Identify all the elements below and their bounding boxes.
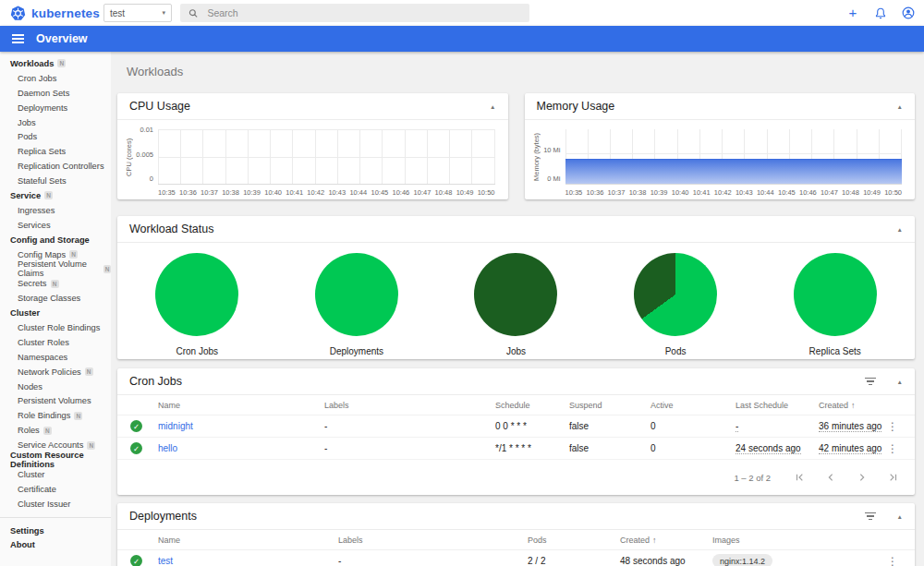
main-content: Workloads CPU Usage ▲ CPU (cores) 0.01 0… — [111, 52, 924, 566]
pie-pods: Pods — [596, 253, 756, 356]
memory-area-series — [565, 159, 903, 184]
sidebar-item-pods[interactable]: Pods — [0, 129, 111, 144]
deployments-card: Deployments ▲ Name Labels Pods Created↑ … — [117, 503, 915, 566]
cpu-usage-chart: CPU (cores) 0.01 0.005 0 10:3510:3610:37… — [117, 120, 508, 197]
sidebar-item-about[interactable]: About — [0, 538, 111, 553]
deployments-table-title: Deployments — [129, 510, 197, 523]
row-menu-kebab-icon[interactable]: ⋮ — [883, 442, 902, 455]
sidebar-item-config-and-storage[interactable]: Config and Storage — [0, 233, 111, 247]
last-page-icon[interactable] — [889, 473, 898, 482]
namespaced-badge: N — [44, 191, 53, 199]
sidebar-item-network-policies[interactable]: Network PoliciesN — [0, 365, 111, 379]
pie-chart-cron-jobs — [155, 253, 238, 336]
sidebar-item-settings[interactable]: Settings — [0, 524, 111, 538]
workload-status-card: Workload Status ▲ Cron Jobs Deployments … — [117, 216, 915, 359]
sidebar-item-cluster[interactable]: Cluster — [0, 306, 111, 320]
sidebar-item-jobs[interactable]: Jobs — [0, 115, 111, 130]
memory-usage-title: Memory Usage — [537, 100, 615, 113]
collapse-caret-icon[interactable]: ▲ — [490, 103, 495, 110]
sidebar-item-cluster-roles[interactable]: Cluster Roles — [0, 335, 111, 350]
next-page-icon[interactable] — [857, 473, 867, 482]
app-bar: Overview — [0, 26, 924, 52]
sort-created-header[interactable]: Created↑ — [819, 401, 883, 410]
collapse-caret-icon[interactable]: ▲ — [897, 379, 903, 385]
page-title: Workloads — [127, 65, 915, 78]
sidebar-item-crd-cluster[interactable]: Cluster — [0, 467, 111, 482]
search-bar[interactable] — [180, 4, 529, 22]
sidebar-item-namespaces[interactable]: Namespaces — [0, 350, 111, 365]
search-input[interactable] — [207, 7, 521, 18]
cronjob-name-link[interactable]: hello — [158, 443, 324, 453]
sidebar-item-replica-sets[interactable]: Replica Sets — [0, 144, 111, 159]
user-account-icon[interactable] — [902, 6, 915, 19]
kubernetes-logo[interactable]: kubernetes — [9, 5, 103, 22]
sort-asc-icon: ↑ — [851, 401, 856, 410]
notifications-bell-icon[interactable] — [874, 6, 887, 19]
sidebar-item-persistent-volumes[interactable]: Persistent Volumes — [0, 393, 111, 408]
sidebar-item-cluster-issuer[interactable]: Cluster Issuer — [0, 497, 111, 512]
sort-created-header[interactable]: Created↑ — [620, 536, 712, 545]
memory-y-axis-label: Memory (bytes) — [532, 129, 541, 185]
sidebar-item-roles[interactable]: RolesN — [0, 423, 111, 438]
pie-deployments: Deployments — [277, 253, 437, 356]
sidebar-item-storage-classes[interactable]: Storage Classes — [0, 291, 111, 306]
status-ok-icon: ✓ — [130, 555, 142, 566]
sidebar-item-cluster-role-bindings[interactable]: Cluster Role Bindings — [0, 320, 111, 335]
sidebar-item-stateful-sets[interactable]: Stateful Sets — [0, 174, 111, 188]
cpu-usage-card: CPU Usage ▲ CPU (cores) 0.01 0.005 0 — [117, 93, 508, 199]
status-ok-icon: ✓ — [130, 442, 142, 454]
row-menu-kebab-icon[interactable]: ⋮ — [883, 420, 902, 433]
kubernetes-helm-icon — [9, 5, 27, 22]
create-resource-plus-icon[interactable]: + — [846, 6, 859, 19]
namespaced-badge: N — [103, 265, 111, 273]
collapse-caret-icon[interactable]: ▲ — [897, 103, 903, 110]
table-row: ✓ test - 2 / 2 48 seconds ago nginx:1.14… — [117, 550, 915, 566]
namespaced-badge: N — [51, 280, 59, 288]
chevron-down-icon: ▾ — [162, 9, 165, 17]
sidebar-item-ingresses[interactable]: Ingresses — [0, 203, 111, 218]
memory-usage-chart: Memory (bytes) 10 Mi 0 Mi 10:3510:3610:3… — [525, 120, 916, 197]
menu-hamburger-icon[interactable] — [12, 34, 24, 43]
sidebar-nav: WorkloadsN Cron Jobs Daemon Sets Deploym… — [0, 52, 111, 566]
sidebar-item-service[interactable]: ServiceN — [0, 188, 111, 203]
memory-plot-area — [565, 129, 903, 185]
sidebar-item-cron-jobs[interactable]: Cron Jobs — [0, 71, 111, 86]
sidebar-item-daemon-sets[interactable]: Daemon Sets — [0, 86, 111, 101]
collapse-caret-icon[interactable]: ▲ — [897, 513, 903, 520]
filter-icon[interactable] — [865, 378, 877, 386]
memory-x-axis-ticks: 10:3510:3610:3710:3810:3910:4010:4110:42… — [565, 188, 903, 197]
filter-icon[interactable] — [865, 512, 877, 521]
sidebar-item-nodes[interactable]: Nodes — [0, 379, 111, 394]
sidebar-item-replication-controllers[interactable]: Replication Controllers — [0, 159, 111, 174]
deployment-name-link[interactable]: test — [158, 556, 338, 566]
pie-cron-jobs: Cron Jobs — [117, 253, 277, 356]
collapse-caret-icon[interactable]: ▲ — [897, 226, 903, 233]
deployments-table-header: Name Labels Pods Created↑ Images — [117, 530, 915, 550]
cron-jobs-table-header: Name Labels Schedule Suspend Active Last… — [117, 395, 915, 415]
memory-usage-card: Memory Usage ▲ Memory (bytes) 10 Mi 0 Mi — [525, 93, 916, 199]
namespaced-badge: N — [87, 441, 95, 450]
sidebar-item-deployments[interactable]: Deployments — [0, 101, 111, 115]
status-ok-icon: ✓ — [130, 420, 142, 432]
previous-page-icon[interactable] — [826, 473, 835, 482]
cpu-x-axis-ticks: 10:3510:3610:3710:3810:3910:4010:4110:42… — [158, 188, 495, 197]
sidebar-item-services[interactable]: Services — [0, 218, 111, 233]
cronjob-name-link[interactable]: midnight — [158, 421, 324, 431]
row-menu-kebab-icon[interactable]: ⋮ — [883, 555, 902, 566]
cpu-y-axis-label: CPU (cores) — [125, 129, 133, 185]
first-page-icon[interactable] — [795, 473, 804, 482]
sidebar-item-persistent-volume-claims[interactable]: Persistent Volume ClaimsN — [0, 261, 111, 276]
sidebar-item-secrets[interactable]: SecretsN — [0, 276, 111, 291]
sidebar-item-custom-resource-definitions[interactable]: Custom Resource Definitions — [0, 452, 111, 467]
image-chip: nginx:1.14.2 — [712, 554, 772, 566]
namespace-selector[interactable]: test ▾ — [103, 4, 172, 22]
sidebar-item-workloads[interactable]: WorkloadsN — [0, 56, 111, 71]
sidebar-divider — [0, 517, 111, 518]
sidebar-item-certificate[interactable]: Certificate — [0, 482, 111, 497]
sort-asc-icon: ↑ — [652, 536, 657, 545]
namespaced-badge: N — [57, 59, 66, 67]
top-header: kubernetes test ▾ + — [0, 0, 924, 26]
logo-text: kubernetes — [31, 6, 100, 20]
sidebar-item-role-bindings[interactable]: Role BindingsN — [0, 408, 111, 423]
pie-chart-deployments — [315, 253, 398, 336]
